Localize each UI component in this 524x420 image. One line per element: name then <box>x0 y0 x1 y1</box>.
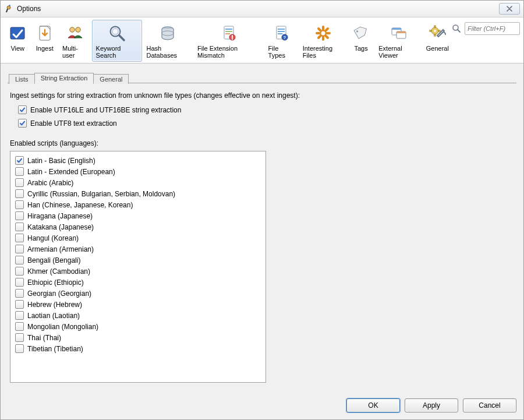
script-item[interactable]: Latin - Extended (European) <box>14 166 262 177</box>
toolbar-view[interactable]: View <box>4 20 31 55</box>
script-checkbox[interactable] <box>15 289 24 298</box>
script-label: Hangul (Korean) <box>27 234 79 242</box>
tab-string-extraction[interactable]: String Extraction <box>34 73 94 83</box>
toolbar-label: External Viewer <box>378 45 419 59</box>
script-item[interactable]: Hangul (Korean) <box>14 232 262 243</box>
toolbar-multi-user[interactable]: Multi-user <box>58 20 92 62</box>
script-checkbox[interactable] <box>15 211 24 220</box>
script-checkbox[interactable] <box>15 223 24 231</box>
script-label: Georgian (Georgian) <box>27 290 91 298</box>
svg-rect-27 <box>392 28 401 30</box>
toolbar-ingest[interactable]: Ingest <box>31 20 59 55</box>
cancel-button[interactable]: Cancel <box>463 398 516 412</box>
script-label: Ethiopic (Ethiopic) <box>27 278 84 287</box>
script-checkbox[interactable] <box>15 300 24 309</box>
toolbar-tags[interactable]: Tags <box>348 20 375 55</box>
tab-general[interactable]: General <box>93 74 129 84</box>
toolbar-label: Hash Databases <box>146 45 189 59</box>
filter-input[interactable] <box>465 22 520 35</box>
script-checkbox[interactable] <box>15 278 24 287</box>
checkbox-utf16[interactable] <box>18 105 27 114</box>
script-item[interactable]: Ethiopic (Ethiopic) <box>14 277 262 288</box>
script-item[interactable]: Thai (Thai) <box>14 332 262 343</box>
script-item[interactable]: Tibetian (Tibetian) <box>14 343 262 354</box>
script-item[interactable]: Katakana (Japanese) <box>14 221 262 232</box>
script-checkbox[interactable] <box>15 344 24 353</box>
search-icon <box>452 24 461 33</box>
dialog-buttons: OK Apply Cancel <box>1 394 523 419</box>
close-button[interactable] <box>499 3 520 15</box>
script-checkbox[interactable] <box>15 322 24 331</box>
script-label: Latin - Basic (English) <box>27 157 95 165</box>
script-label: Laotian (Laotian) <box>27 312 80 320</box>
script-item[interactable]: Khmer (Cambodian) <box>14 266 262 277</box>
svg-rect-11 <box>225 31 232 32</box>
script-item[interactable]: Arabic (Arabic) <box>14 177 262 188</box>
script-label: Thai (Thai) <box>27 334 61 342</box>
checkbox-utf16-row[interactable]: Enable UTF16LE and UTF16BE string extrac… <box>18 105 514 114</box>
svg-rect-15 <box>278 29 285 30</box>
script-item[interactable]: Hebrew (Hebrew) <box>14 299 262 310</box>
script-checkbox[interactable] <box>15 200 24 209</box>
titlebar: Options <box>1 1 523 17</box>
scripts-list[interactable]: Latin - Basic (English)Latin - Extended … <box>10 151 266 383</box>
script-checkbox[interactable] <box>15 267 24 276</box>
toolbar-label: General <box>426 45 449 52</box>
tab-body: Ingest settings for string extraction fr… <box>8 83 516 389</box>
svg-point-35 <box>434 30 436 32</box>
script-item[interactable]: Mongolian (Mongolian) <box>14 321 262 332</box>
script-checkbox[interactable] <box>15 189 24 198</box>
svg-rect-32 <box>434 34 436 36</box>
script-checkbox[interactable] <box>15 234 24 242</box>
tags-icon <box>350 23 371 44</box>
script-checkbox[interactable] <box>15 333 24 342</box>
toolbar-label: Ingest <box>36 45 54 52</box>
checkbox-utf8[interactable] <box>18 119 27 128</box>
ok-button[interactable]: OK <box>346 398 400 412</box>
script-item[interactable]: Laotian (Laotian) <box>14 310 262 321</box>
script-item[interactable]: Latin - Basic (English) <box>14 155 262 166</box>
script-checkbox[interactable] <box>15 178 24 187</box>
script-item[interactable]: Bengali (Bengali) <box>14 255 262 266</box>
script-label: Khmer (Cambodian) <box>27 267 90 276</box>
toolbar-external-viewer[interactable]: External Viewer <box>374 20 423 62</box>
script-checkbox[interactable] <box>15 167 24 176</box>
script-label: Bengali (Bengali) <box>27 256 80 264</box>
interesting-files-icon <box>313 23 334 44</box>
options-dialog: Options View <box>0 0 524 420</box>
script-label: Cyrillic (Russian, Bulgarian, Serbian, M… <box>27 190 175 198</box>
svg-rect-33 <box>430 30 431 31</box>
svg-rect-16 <box>278 31 285 32</box>
script-item[interactable]: Georgian (Georgian) <box>14 288 262 299</box>
app-icon <box>4 4 13 13</box>
script-item[interactable]: Han (Chinese, Japanese, Korean) <box>14 199 262 210</box>
window-title: Options <box>17 5 41 13</box>
script-checkbox[interactable] <box>15 156 24 165</box>
toolbar-interesting-files[interactable]: Interesting Files <box>299 20 348 62</box>
toolbar-file-extension-mismatch[interactable]: File Extension Mismatch <box>193 20 264 62</box>
script-label: Katakana (Japanese) <box>27 223 94 231</box>
script-checkbox[interactable] <box>15 245 24 253</box>
checkbox-utf8-label: Enable UTF8 text extraction <box>30 119 117 128</box>
apply-button[interactable]: Apply <box>405 398 458 412</box>
file-extension-mismatch-icon <box>218 23 239 44</box>
script-item[interactable]: Armenian (Armenian) <box>14 243 262 255</box>
svg-point-3 <box>70 27 75 32</box>
script-item[interactable]: Cyrillic (Russian, Bulgarian, Serbian, M… <box>14 188 262 199</box>
checkbox-utf8-row[interactable]: Enable UTF8 text extraction <box>18 119 514 128</box>
svg-text:?: ? <box>284 36 286 40</box>
checkbox-utf16-label: Enable UTF16LE and UTF16BE string extrac… <box>30 106 181 114</box>
settings-lead-text: Ingest settings for string extraction fr… <box>10 91 514 100</box>
svg-point-4 <box>76 27 80 32</box>
toolbar-general[interactable]: General <box>423 20 452 55</box>
script-label: Latin - Extended (European) <box>27 168 115 176</box>
toolbar-file-types[interactable]: ? File Types <box>264 20 299 62</box>
svg-rect-12 <box>225 33 230 34</box>
toolbar-hash-databases[interactable]: Hash Databases <box>142 20 193 62</box>
script-checkbox[interactable] <box>15 311 24 320</box>
script-item[interactable]: Hiragana (Japanese) <box>14 210 262 221</box>
script-checkbox[interactable] <box>15 256 24 264</box>
tab-lists[interactable]: Lists <box>9 74 35 84</box>
toolbar-keyword-search[interactable]: Keyword Search <box>92 20 143 62</box>
file-types-icon: ? <box>271 23 292 44</box>
